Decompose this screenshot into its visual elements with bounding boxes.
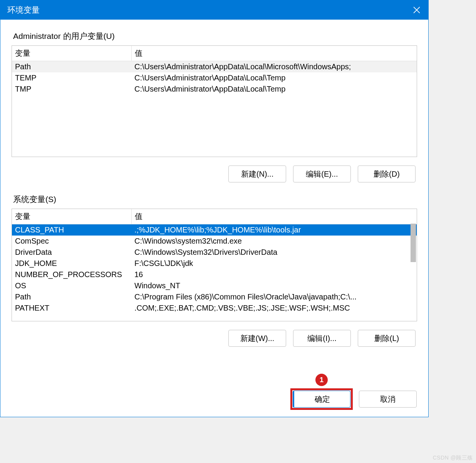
table-row[interactable]: CLASS_PATH .;%JDK_HOME%\lib;%JDK_HOME%\l… — [12, 224, 417, 236]
table-row[interactable]: DriverData C:\Windows\System32\Drivers\D… — [12, 247, 417, 258]
table-row[interactable]: ComSpec C:\Windows\system32\cmd.exe — [12, 236, 417, 247]
close-button[interactable] — [405, 0, 428, 20]
cell-variable: JDK_HOME — [12, 258, 131, 269]
cell-value: C:\Users\Administrator\AppData\Local\Mic… — [131, 61, 417, 73]
cell-variable: PATHEXT — [12, 303, 131, 314]
cell-variable: NUMBER_OF_PROCESSORS — [12, 269, 131, 280]
system-col-value[interactable]: 值 — [131, 209, 417, 224]
env-vars-dialog: 环境变量 Administrator 的用户变量(U) 变量 值 — [0, 0, 429, 417]
dialog-bottom-buttons: 1 确定 取消 — [293, 391, 417, 408]
ok-button[interactable]: 确定 — [293, 391, 350, 408]
table-row[interactable]: JDK_HOME F:\CSGL\JDK\jdk — [12, 258, 417, 269]
cell-value: C:\Windows\System32\Drivers\DriverData — [131, 247, 417, 258]
cell-value: 16 — [131, 269, 417, 280]
table-row[interactable]: TMP C:\Users\Administrator\AppData\Local… — [12, 84, 417, 95]
watermark: CSDN @顾三殇 — [433, 455, 473, 461]
cell-value: .;%JDK_HOME%\lib;%JDK_HOME%\lib\tools.ja… — [131, 224, 417, 236]
table-row[interactable]: NUMBER_OF_PROCESSORS 16 — [12, 269, 417, 280]
scrollbar-thumb[interactable] — [411, 224, 416, 262]
dialog-content: Administrator 的用户变量(U) 变量 值 Path C:\User… — [0, 20, 428, 362]
system-new-button[interactable]: 新建(W)... — [228, 330, 286, 347]
system-delete-button[interactable]: 删除(L) — [358, 330, 416, 347]
table-row[interactable]: TEMP C:\Users\Administrator\AppData\Loca… — [12, 72, 417, 84]
user-vars-table-container: 变量 值 Path C:\Users\Administrator\AppData… — [12, 45, 417, 157]
cell-value: C:\Users\Administrator\AppData\Local\Tem… — [131, 84, 417, 95]
system-edit-button[interactable]: 编辑(I)... — [293, 330, 351, 347]
cell-variable: CLASS_PATH — [12, 224, 131, 236]
user-vars-group: Administrator 的用户变量(U) 变量 值 Path C:\User… — [11, 30, 417, 183]
user-col-variable[interactable]: 变量 — [12, 46, 131, 61]
cell-variable: OS — [12, 280, 131, 291]
cell-value: Windows_NT — [131, 280, 417, 291]
user-button-row: 新建(N)... 编辑(E)... 删除(D) — [12, 165, 417, 182]
user-vars-table[interactable]: 变量 值 Path C:\Users\Administrator\AppData… — [12, 46, 417, 95]
system-vars-table[interactable]: 变量 值 CLASS_PATH .;%JDK_HOME%\lib;%JDK_HO… — [12, 209, 417, 314]
system-vars-group: 系统变量(S) 变量 值 CLASS_PATH .;%JDK_HOME%\lib… — [11, 194, 417, 347]
user-edit-button[interactable]: 编辑(E)... — [293, 165, 351, 182]
user-new-button[interactable]: 新建(N)... — [228, 165, 286, 182]
annotation-badge: 1 — [315, 374, 328, 386]
cell-variable: DriverData — [12, 247, 131, 258]
close-icon — [413, 7, 420, 13]
user-col-value[interactable]: 值 — [131, 46, 417, 61]
system-vars-table-container: 变量 值 CLASS_PATH .;%JDK_HOME%\lib;%JDK_HO… — [12, 209, 417, 321]
cancel-button[interactable]: 取消 — [359, 391, 417, 408]
cell-variable: TEMP — [12, 72, 131, 84]
cell-variable: Path — [12, 291, 131, 303]
system-button-row: 新建(W)... 编辑(I)... 删除(L) — [12, 330, 417, 347]
user-delete-button[interactable]: 删除(D) — [358, 165, 416, 182]
table-row[interactable]: OS Windows_NT — [12, 280, 417, 291]
cell-value: C:\Windows\system32\cmd.exe — [131, 236, 417, 247]
system-vars-label: 系统变量(S) — [13, 194, 417, 205]
cell-value: C:\Users\Administrator\AppData\Local\Tem… — [131, 72, 417, 84]
window-title: 环境变量 — [7, 5, 40, 15]
table-row[interactable]: Path C:\Program Files (x86)\Common Files… — [12, 291, 417, 303]
cell-value: C:\Program Files (x86)\Common Files\Orac… — [131, 291, 417, 303]
cell-variable: ComSpec — [12, 236, 131, 247]
table-row[interactable]: Path C:\Users\Administrator\AppData\Loca… — [12, 61, 417, 73]
ok-annotation-wrapper: 1 确定 — [293, 391, 350, 408]
cell-value: .COM;.EXE;.BAT;.CMD;.VBS;.VBE;.JS;.JSE;.… — [131, 303, 417, 314]
system-col-variable[interactable]: 变量 — [12, 209, 131, 224]
cell-value: F:\CSGL\JDK\jdk — [131, 258, 417, 269]
cell-variable: TMP — [12, 84, 131, 95]
cell-variable: Path — [12, 61, 131, 73]
titlebar: 环境变量 — [0, 0, 428, 20]
table-row[interactable]: PATHEXT .COM;.EXE;.BAT;.CMD;.VBS;.VBE;.J… — [12, 303, 417, 314]
user-vars-label: Administrator 的用户变量(U) — [13, 31, 417, 42]
